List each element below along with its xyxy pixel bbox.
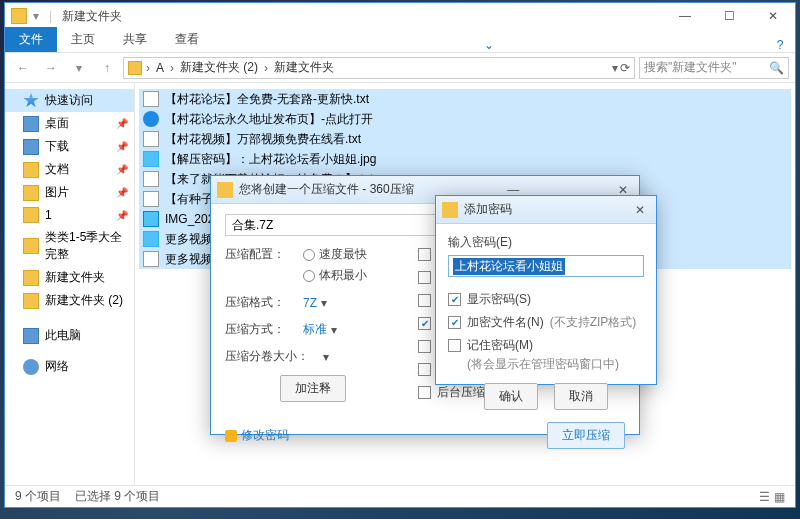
recent-dropdown[interactable]: ▾: [67, 56, 91, 80]
pin-icon: 📌: [116, 141, 128, 152]
folder-icon: [23, 185, 39, 201]
refresh-icon[interactable]: ⟳: [620, 61, 630, 75]
sidebar-item[interactable]: 快速访问: [5, 89, 134, 112]
pin-icon: 📌: [116, 164, 128, 175]
file-item[interactable]: 【村花论坛】全免费-无套路-更新快.txt: [139, 89, 791, 109]
item-count: 9 个项目: [15, 488, 61, 505]
star-icon: [23, 93, 39, 109]
close-button[interactable]: ✕: [751, 3, 795, 29]
selection-count: 已选择 9 个项目: [75, 488, 160, 505]
pin-icon: 📌: [116, 210, 128, 221]
cancel-button[interactable]: 取消: [554, 383, 608, 410]
tab-home[interactable]: 主页: [57, 27, 109, 52]
sidebar-label: 类类1-5季大全完整: [45, 229, 126, 263]
breadcrumb-seg[interactable]: 新建文件夹 (2): [178, 59, 260, 76]
view-icons-icon[interactable]: ▦: [774, 490, 785, 504]
up-button[interactable]: ↑: [95, 56, 119, 80]
ok-button[interactable]: 确认: [484, 383, 538, 410]
mp4-icon: [143, 211, 159, 227]
sidebar-item[interactable]: 图片📌: [5, 181, 134, 204]
txt-icon: [143, 191, 159, 207]
compress-button[interactable]: 立即压缩: [547, 422, 625, 449]
tab-view[interactable]: 查看: [161, 27, 213, 52]
sidebar-label: 新建文件夹 (2): [45, 292, 123, 309]
tab-file[interactable]: 文件: [5, 27, 57, 52]
password-dialog: 添加密码 ✕ 输入密码(E) 上村花论坛看小姐姐 ✔显示密码(S) ✔加密文件名…: [435, 195, 657, 385]
format-dropdown[interactable]: 7Z▾: [303, 296, 363, 310]
archive-name-value: 合集.7Z: [232, 217, 273, 234]
chevron-icon: ›: [262, 61, 270, 75]
sidebar-item[interactable]: 文档📌: [5, 158, 134, 181]
sidebar-label: 快速访问: [45, 92, 93, 109]
show-password-checkbox[interactable]: ✔显示密码(S): [448, 291, 644, 308]
sidebar-label: 图片: [45, 184, 69, 201]
sidebar: 快速访问桌面📌下载📌文档📌图片📌1📌类类1-5季大全完整新建文件夹新建文件夹 (…: [5, 83, 135, 485]
sidebar-item[interactable]: 新建文件夹 (2): [5, 289, 134, 312]
sidebar-item[interactable]: 桌面📌: [5, 112, 134, 135]
edit-password-link[interactable]: 修改密码: [225, 427, 289, 444]
forward-button[interactable]: →: [39, 56, 63, 80]
file-name: 【解压密码】：上村花论坛看小姐姐.jpg: [165, 151, 376, 168]
tab-share[interactable]: 共享: [109, 27, 161, 52]
annotate-button[interactable]: 加注释: [280, 375, 346, 402]
sidebar-item[interactable]: 1📌: [5, 204, 134, 226]
file-name: 【村花视频】万部视频免费在线看.txt: [165, 131, 361, 148]
sidebar-item[interactable]: 新建文件夹: [5, 266, 134, 289]
method-dropdown[interactable]: 标准▾: [303, 321, 363, 338]
maximize-button[interactable]: ☐: [707, 3, 751, 29]
lock-icon: [225, 430, 237, 442]
encrypt-filename-checkbox[interactable]: ✔加密文件名(N) (不支持ZIP格式): [448, 314, 644, 331]
remember-password-checkbox[interactable]: 记住密码(M): [448, 337, 644, 354]
dialog-titlebar[interactable]: 添加密码 ✕: [436, 196, 656, 224]
minimize-button[interactable]: —: [663, 3, 707, 29]
folder-icon: [11, 8, 27, 24]
help-icon[interactable]: ?: [765, 38, 795, 52]
note: (不支持ZIP格式): [550, 314, 637, 331]
sidebar-item-pc[interactable]: 此电脑: [5, 324, 134, 347]
quick-access-toolbar[interactable]: ▾: [33, 9, 39, 23]
search-input[interactable]: 搜索"新建文件夹" 🔍: [639, 57, 789, 79]
pin-icon: 📌: [116, 118, 128, 129]
file-item[interactable]: 【解压密码】：上村花论坛看小姐姐.jpg: [139, 149, 791, 169]
config-label: 压缩配置：: [225, 246, 295, 263]
pc-icon: [23, 116, 39, 132]
address-bar: ← → ▾ ↑ › A › 新建文件夹 (2) › 新建文件夹 ▾ ⟳ 搜索"新…: [5, 53, 795, 83]
sidebar-item-network[interactable]: 网络: [5, 355, 134, 378]
dialog-title: 您将创建一个压缩文件 - 360压缩: [239, 181, 414, 198]
back-button[interactable]: ←: [11, 56, 35, 80]
dialog-title: 添加密码: [464, 201, 512, 218]
jpg-icon: [143, 151, 159, 167]
file-name: 【村花论坛永久地址发布页】-点此打开: [165, 111, 373, 128]
breadcrumb[interactable]: › A › 新建文件夹 (2) › 新建文件夹 ▾ ⟳: [123, 57, 635, 79]
titlebar: ▾ | 新建文件夹 — ☐ ✕: [5, 3, 795, 29]
pc-icon: [23, 328, 39, 344]
txt-icon: [143, 251, 159, 267]
radio-small[interactable]: 体积最小: [303, 267, 367, 284]
lock-icon: [442, 202, 458, 218]
sidebar-item[interactable]: 下载📌: [5, 135, 134, 158]
sidebar-label: 新建文件夹: [45, 269, 105, 286]
file-item[interactable]: 【村花论坛永久地址发布页】-点此打开: [139, 109, 791, 129]
view-details-icon[interactable]: ☰: [759, 490, 770, 504]
radio-fast[interactable]: 速度最快: [303, 246, 367, 263]
sidebar-label: 桌面: [45, 115, 69, 132]
txt-icon: [143, 171, 159, 187]
folder-icon: [23, 207, 39, 223]
folder-icon: [128, 61, 142, 75]
sidebar-label: 下载: [45, 138, 69, 155]
file-item[interactable]: 【村花视频】万部视频免费在线看.txt: [139, 129, 791, 149]
jpg-icon: [143, 231, 159, 247]
separator: |: [49, 9, 52, 23]
split-dropdown[interactable]: ▾: [323, 350, 329, 364]
status-bar: 9 个项目 已选择 9 个项目 ☰ ▦: [5, 485, 795, 507]
password-input[interactable]: 上村花论坛看小姐姐: [448, 255, 644, 277]
sidebar-item[interactable]: 类类1-5季大全完整: [5, 226, 134, 266]
refresh-icon[interactable]: ▾: [612, 61, 618, 75]
breadcrumb-seg[interactable]: 新建文件夹: [272, 59, 336, 76]
close-icon[interactable]: ✕: [630, 203, 650, 217]
ribbon-help-icon[interactable]: ⌄: [474, 38, 504, 52]
search-icon: 🔍: [769, 61, 784, 75]
breadcrumb-seg[interactable]: A: [154, 61, 166, 75]
sidebar-label: 文档: [45, 161, 69, 178]
file-name: 【村花论坛】全免费-无套路-更新快.txt: [165, 91, 369, 108]
